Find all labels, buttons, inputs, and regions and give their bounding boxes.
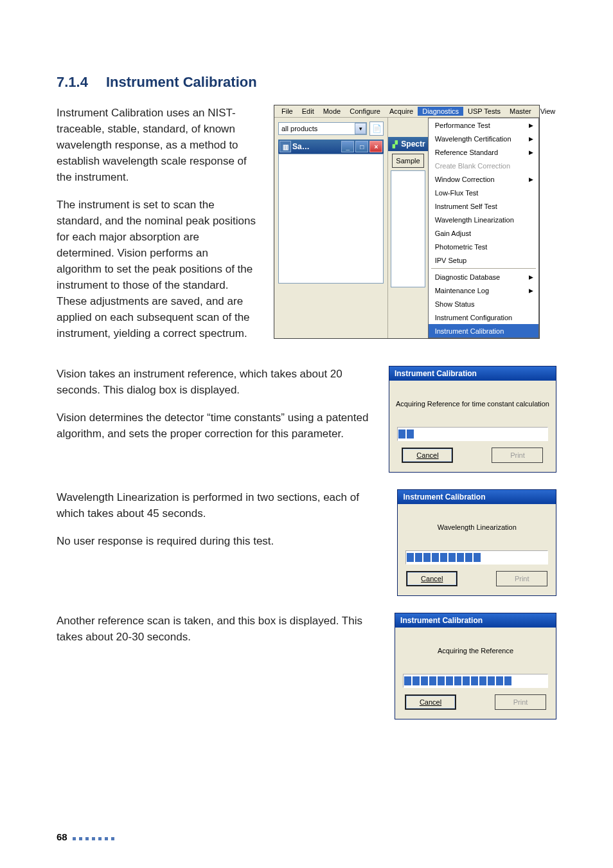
- menu-view[interactable]: View: [536, 107, 560, 116]
- mini-window-titlebar: ▥ Sa… _ □ ×: [278, 140, 384, 154]
- menu-item-label: Diagnostic Database: [435, 273, 501, 281]
- dialog2-titlebar: Instrument Calibration: [398, 490, 556, 504]
- menu-item-create-blank-correction: Create Blank Correction: [429, 159, 538, 172]
- submenu-arrow-icon: ▶: [529, 136, 533, 142]
- menu-item-label: Low-Flux Test: [435, 189, 479, 197]
- menu-item-wavelength-cert[interactable]: Wavelength Certification▶: [429, 132, 538, 145]
- progress-block: [474, 553, 481, 562]
- menu-item-label: Window Correction: [435, 176, 495, 183]
- menu-file[interactable]: File: [277, 107, 298, 116]
- section-heading: 7.1.4Instrument Calibration: [57, 74, 556, 91]
- page-footer: 68: [57, 831, 118, 842]
- progress-block: [465, 553, 472, 562]
- progress-block: [407, 429, 414, 439]
- menu-edit[interactable]: Edit: [298, 107, 319, 116]
- progress-block: [415, 553, 422, 562]
- menu-item-instrument-calibration[interactable]: Instrument Calibration: [429, 324, 538, 338]
- progress-block: [398, 429, 405, 439]
- menu-item-window-correction[interactable]: Window Correction▶: [429, 172, 538, 186]
- progress-block: [404, 676, 411, 685]
- dialog1-message: Acquiring Reference for time constant ca…: [396, 400, 549, 408]
- dialog3-print-button: Print: [495, 694, 546, 710]
- progress-block: [463, 676, 470, 685]
- progress-block: [423, 553, 431, 562]
- menu-master[interactable]: Master: [505, 107, 536, 116]
- dialog1-titlebar: Instrument Calibration: [389, 366, 556, 381]
- menu-item-label: Performance Test: [435, 122, 490, 129]
- progress-block: [413, 676, 420, 685]
- menu-bar: File Edit Mode Configure Acquire Diagnos…: [274, 105, 539, 118]
- calibration-dialog-3: Instrument Calibration Acquiring the Ref…: [395, 613, 556, 719]
- product-select-value: all products: [281, 125, 317, 132]
- menu-item-maintenance-log[interactable]: Maintenance Log▶: [429, 284, 538, 297]
- submenu-arrow-icon: ▶: [529, 176, 533, 183]
- submenu-arrow-icon: ▶: [529, 122, 533, 129]
- paragraph-3: Vision takes an instrument reference, wh…: [57, 366, 371, 398]
- menu-item-wavelength-linearization[interactable]: Wavelength Linearization: [429, 213, 538, 226]
- progress-block: [504, 676, 511, 685]
- progress-block: [479, 676, 486, 685]
- dialog2-progress-bar: [405, 550, 548, 565]
- dialog1-progress-bar: [397, 427, 548, 441]
- dialog3-message: Acquiring the Reference: [402, 647, 549, 655]
- menu-item-diagnostic-database[interactable]: Diagnostic Database▶: [429, 270, 538, 284]
- menu-divider: [431, 268, 536, 269]
- menu-acquire[interactable]: Acquire: [385, 107, 418, 116]
- menu-diagnostics[interactable]: Diagnostics: [418, 107, 463, 116]
- maximize-button[interactable]: □: [355, 141, 368, 152]
- submenu-arrow-icon: ▶: [529, 287, 533, 294]
- menu-mode[interactable]: Mode: [319, 107, 346, 116]
- product-select-dropdown-icon[interactable]: ▼: [355, 123, 366, 134]
- menu-configure[interactable]: Configure: [345, 107, 385, 116]
- minimize-button[interactable]: _: [341, 141, 354, 152]
- menu-usp-tests[interactable]: USP Tests: [463, 107, 505, 116]
- progress-block: [421, 676, 428, 685]
- menu-item-label: Show Status: [435, 300, 475, 308]
- dialog3-cancel-button[interactable]: Cancel: [405, 694, 456, 710]
- footer-dots: [73, 831, 118, 842]
- menu-item-label: Instrument Configuration: [435, 314, 512, 321]
- menu-item-label: Maintenance Log: [435, 287, 489, 294]
- section-title-text: Instrument Calibration: [106, 74, 257, 90]
- dialog3-titlebar: Instrument Calibration: [395, 613, 556, 628]
- spectra-chart-icon: ▞: [391, 140, 400, 149]
- submenu-arrow-icon: ▶: [529, 149, 533, 156]
- close-button[interactable]: ×: [369, 141, 382, 152]
- dialog2-cancel-button[interactable]: Cancel: [406, 571, 458, 586]
- progress-block: [454, 676, 461, 685]
- menu-item-ipv-setup[interactable]: IPV Setup: [429, 253, 538, 267]
- menu-item-gain-adjust[interactable]: Gain Adjust: [429, 226, 538, 240]
- menu-item-show-status[interactable]: Show Status: [429, 297, 538, 311]
- menu-item-instrument-configuration[interactable]: Instrument Configuration: [429, 311, 538, 324]
- menu-item-label: IPV Setup: [435, 257, 467, 264]
- menu-item-performance-test[interactable]: Performance Test▶: [429, 118, 538, 132]
- progress-block: [438, 676, 445, 685]
- progress-block: [440, 553, 447, 562]
- paragraph-6: No user response is required during this…: [57, 533, 379, 549]
- button-label: Cancel: [421, 575, 443, 583]
- menu-item-low-flux-test[interactable]: Low-Flux Test: [429, 186, 538, 199]
- dialog1-cancel-button[interactable]: Cancel: [402, 448, 453, 463]
- menu-item-reference-standard[interactable]: Reference Standard▶: [429, 145, 538, 159]
- paragraph-2: The instrument is set to scan the standa…: [57, 197, 256, 341]
- menu-item-label: Create Blank Correction: [435, 162, 510, 170]
- menu-item-photometric-test[interactable]: Photometric Test: [429, 240, 538, 253]
- dialog2-message: Wavelength Linearization: [404, 523, 549, 531]
- progress-block: [446, 676, 453, 685]
- button-label: Cancel: [416, 451, 438, 459]
- menu-item-instrument-self-test[interactable]: Instrument Self Test: [429, 199, 538, 213]
- progress-block: [432, 553, 439, 562]
- app-window: File Edit Mode Configure Acquire Diagnos…: [274, 105, 540, 339]
- progress-block: [449, 553, 456, 562]
- menu-item-label: Wavelength Certification: [435, 135, 511, 143]
- dialog1-print-button: Print: [492, 448, 543, 463]
- progress-block: [496, 676, 503, 685]
- section-number: 7.1.4: [57, 74, 88, 90]
- calibration-dialog-1: Instrument Calibration Acquiring Referen…: [389, 366, 556, 473]
- paragraph-1: Instrument Calibration uses an NIST-trac…: [57, 105, 256, 185]
- progress-block: [471, 676, 478, 685]
- sample-tab[interactable]: Sample: [392, 154, 423, 168]
- product-select[interactable]: all products ▼: [278, 122, 367, 135]
- mini-window-icon: ▥: [280, 141, 291, 152]
- new-document-icon[interactable]: 📄: [369, 122, 384, 136]
